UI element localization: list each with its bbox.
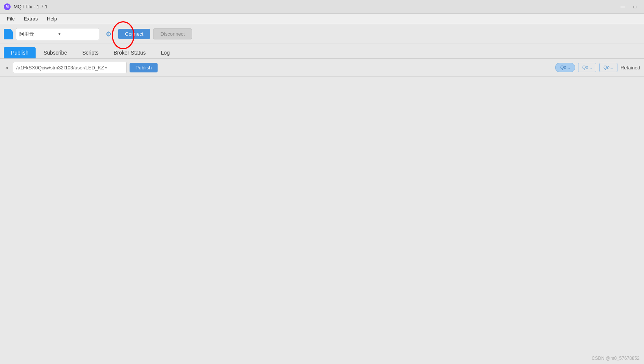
tab-log[interactable]: Log xyxy=(154,47,177,58)
connect-button[interactable]: Connect xyxy=(118,29,150,39)
title-bar-controls: — □ xyxy=(617,3,640,11)
maximize-button[interactable]: □ xyxy=(630,3,640,11)
publish-button[interactable]: Publish xyxy=(130,63,158,72)
menu-help[interactable]: Help xyxy=(43,15,61,23)
app-icon xyxy=(4,3,11,10)
menu-file[interactable]: File xyxy=(3,15,19,23)
toolbar: 阿里云 ▼ ⚙ Connect Disconnect xyxy=(0,24,644,44)
qos-option1-button[interactable]: Qo... xyxy=(578,63,596,72)
tab-subscribe[interactable]: Subscribe xyxy=(36,47,74,58)
tab-scripts[interactable]: Scripts xyxy=(75,47,106,58)
broker-name: 阿里云 xyxy=(19,31,58,38)
tab-publish[interactable]: Publish xyxy=(4,47,36,58)
publish-row: » /a1FkSX0Qciw/stm32f103/user/LED_KZ ▼ P… xyxy=(0,59,644,77)
footer-text: CSDN @m0_57678852 xyxy=(592,356,639,361)
title-bar: MQTT.fx - 1.7.1 — □ xyxy=(0,0,644,14)
qos-active-button[interactable]: Qo... xyxy=(555,63,575,72)
broker-select[interactable]: 阿里云 ▼ xyxy=(16,28,99,40)
new-file-icon[interactable] xyxy=(4,29,13,39)
minimize-button[interactable]: — xyxy=(617,3,628,11)
menu-extras[interactable]: Extras xyxy=(20,15,42,23)
topic-value: /a1FkSX0Qciw/stm32f103/user/LED_KZ xyxy=(16,65,104,71)
broker-dropdown-arrow: ▼ xyxy=(58,32,96,36)
disconnect-button[interactable]: Disconnect xyxy=(153,28,192,39)
settings-gear-button[interactable]: ⚙ xyxy=(102,28,115,41)
expand-button[interactable]: » xyxy=(4,64,10,71)
menu-bar: File Extras Help xyxy=(0,14,644,24)
tab-broker-status[interactable]: Broker Status xyxy=(106,47,153,58)
tabs-bar: Publish Subscribe Scripts Broker Status … xyxy=(0,44,644,59)
qos-option2-button[interactable]: Qo... xyxy=(599,63,617,72)
main-content-area xyxy=(0,77,644,360)
title-bar-left: MQTT.fx - 1.7.1 xyxy=(4,3,48,10)
topic-dropdown-arrow: ▼ xyxy=(104,66,123,70)
app-title: MQTT.fx - 1.7.1 xyxy=(14,4,48,9)
topic-input[interactable]: /a1FkSX0Qciw/stm32f103/user/LED_KZ ▼ xyxy=(13,62,127,73)
retained-label: Retained xyxy=(621,65,640,71)
